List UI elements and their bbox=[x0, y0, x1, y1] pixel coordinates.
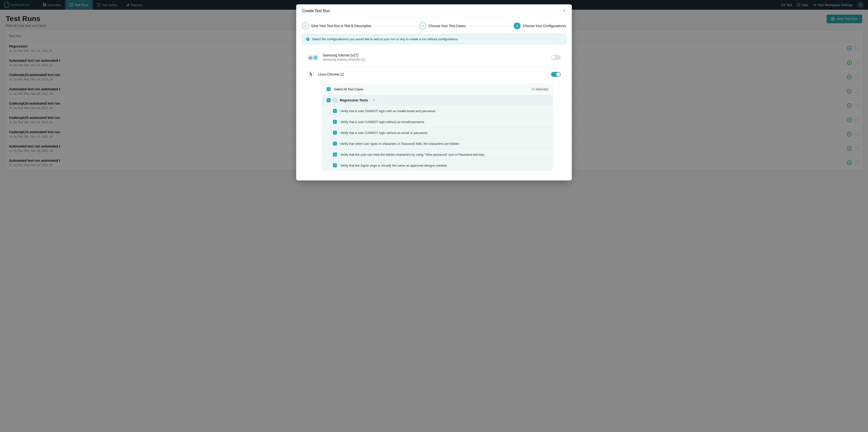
test-group-header[interactable]: ✓ − Regression Tests 71 bbox=[322, 95, 553, 105]
step-1[interactable]: ✓ Give Your Test Run A Title & Descripti… bbox=[302, 23, 371, 29]
test-case-checkbox[interactable]: ✓ bbox=[333, 109, 337, 113]
info-text: Select the configurations/s you would li… bbox=[312, 37, 458, 41]
test-case-row[interactable]: ✓Verify that when user types in characte… bbox=[322, 138, 553, 149]
stepper: ✓ Give Your Test Run A Title & Descripti… bbox=[302, 23, 566, 29]
step-3[interactable]: 3 Choose Your Configuration/s bbox=[514, 23, 566, 29]
test-case-title: Verify that the user can view the hidden… bbox=[340, 153, 485, 156]
test-case-title: Verify that a user CANNOT login without … bbox=[340, 120, 425, 124]
test-case-title: Verify that a user CANNOT login with an … bbox=[340, 109, 436, 113]
test-case-checkbox[interactable]: ✓ bbox=[333, 131, 337, 135]
config-name: Samsung Internet (v17) bbox=[323, 53, 365, 57]
configuration-row: 🤖 🌐 Samsung Internet (v17) Samsung Galax… bbox=[302, 49, 566, 66]
test-case-row[interactable]: ✓Verify that a user CANNOT login with an… bbox=[322, 105, 553, 117]
group-checkbox[interactable]: ✓ bbox=[327, 98, 331, 102]
config-icons: 🤖 🌐 bbox=[307, 54, 318, 61]
configuration-row: 🐧 Linux:Chrome:12 ✓ bbox=[302, 66, 566, 170]
test-case-title: Verify that the Signin page is visually … bbox=[340, 164, 447, 167]
select-all-checkbox[interactable]: ✓ bbox=[327, 87, 331, 91]
config-toggle[interactable] bbox=[551, 55, 561, 60]
step-number: 3 bbox=[514, 23, 521, 29]
selected-count: 71 Selected bbox=[531, 87, 548, 91]
test-case-checkbox[interactable]: ✓ bbox=[333, 142, 337, 146]
step-check-icon: ✓ bbox=[302, 23, 309, 29]
test-case-panel-header: ✓ Select All Test Cases 71 Selected bbox=[322, 83, 553, 95]
test-case-checkbox[interactable]: ✓ bbox=[333, 120, 337, 124]
group-title: Regression Tests bbox=[340, 98, 368, 102]
config-name: Linux:Chrome:12 bbox=[318, 72, 344, 76]
test-case-checkbox[interactable]: ✓ bbox=[333, 153, 337, 156]
config-toggle[interactable] bbox=[551, 72, 561, 77]
configurations-list: 🤖 🌐 Samsung Internet (v17) Samsung Galax… bbox=[302, 49, 566, 170]
config-sub: Samsung Galaxy (Android 11) bbox=[323, 58, 365, 61]
close-icon[interactable]: ✕ bbox=[563, 9, 566, 12]
step-divider bbox=[375, 26, 416, 26]
info-icon: i bbox=[306, 37, 310, 41]
test-case-title: Verify that when user types in character… bbox=[340, 142, 460, 146]
step-divider bbox=[469, 26, 510, 26]
modal-title: Create Test Run bbox=[302, 9, 330, 13]
group-count-badge: 71 bbox=[371, 98, 377, 102]
create-test-run-modal: Create Test Run ✕ ✓ Give Your Test Run A… bbox=[296, 4, 572, 170]
test-case-panel: ✓ Select All Test Cases 71 Selected ✓ − … bbox=[322, 83, 553, 170]
select-all-label: Select All Test Cases bbox=[334, 87, 363, 91]
test-case-row[interactable]: ✓Verify that a user CANNOT login without… bbox=[322, 117, 553, 127]
modal-header: Create Test Run ✕ bbox=[296, 4, 572, 18]
browser-icon: 🌐 bbox=[312, 54, 318, 61]
modal-overlay: Create Test Run ✕ ✓ Give Your Test Run A… bbox=[0, 0, 868, 170]
test-case-row[interactable]: ✓Verify that the user can view the hidde… bbox=[322, 149, 553, 160]
test-case-checkbox[interactable]: ✓ bbox=[333, 163, 337, 167]
collapse-icon[interactable]: − bbox=[334, 98, 337, 102]
info-banner: i Select the configurations/s you would … bbox=[302, 34, 566, 44]
test-case-row[interactable]: ✓Verify that a user CANNOT login without… bbox=[322, 127, 553, 138]
step-check-icon: ✓ bbox=[419, 23, 426, 29]
modal-body: ✓ Give Your Test Run A Title & Descripti… bbox=[296, 18, 572, 170]
step-2[interactable]: ✓ Choose Your Test Cases bbox=[419, 23, 465, 29]
test-case-title: Verify that a user CANNOT login without … bbox=[340, 131, 428, 135]
test-case-row[interactable]: ✓Verify that the Signin page is visually… bbox=[322, 160, 553, 170]
config-icons: 🐧 bbox=[307, 71, 314, 78]
linux-icon: 🐧 bbox=[307, 71, 314, 78]
